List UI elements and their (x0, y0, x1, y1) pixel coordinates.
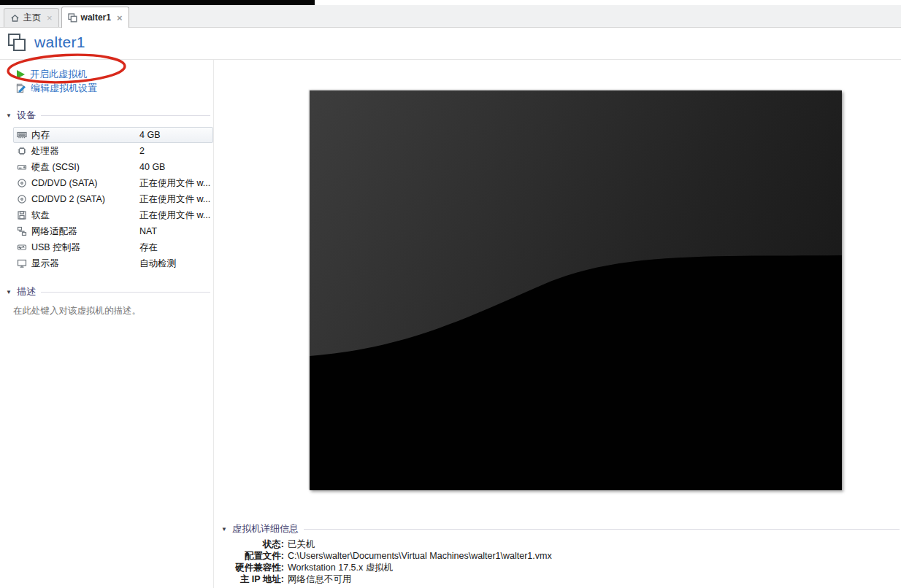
cd-dvd-icon (17, 178, 28, 188)
usb-icon (17, 242, 28, 252)
devices-table: 内存 4 GB 处理器 2 硬盘 (SCSI) 40 GB (13, 127, 213, 271)
devices-section-title: 设备 (17, 109, 36, 122)
vm-details-title: 虚拟机详细信息 (232, 522, 299, 535)
display-icon (17, 258, 28, 268)
edit-settings-icon (16, 83, 26, 93)
edit-vm-settings-link[interactable]: 编辑虚拟机设置 (16, 82, 97, 95)
vm-icon-large (7, 33, 28, 55)
collapse-triangle-icon: ▼ (221, 526, 227, 533)
home-icon (10, 13, 20, 23)
power-on-vm-link[interactable]: 开启此虚拟机 (16, 68, 87, 81)
vm-config-path-value: C:\Users\walter\Documents\Virtual Machin… (288, 550, 552, 562)
tab-walter1-label: walter1 (81, 12, 111, 23)
vm-ip-value: 网络信息不可用 (288, 573, 352, 585)
detail-row-hw-compat: 硬件兼容性: Workstation 17.5.x 虚拟机 (221, 562, 900, 573)
power-on-vm-label: 开启此虚拟机 (30, 68, 87, 81)
section-rule (41, 292, 210, 293)
device-row-cd-dvd-2[interactable]: CD/DVD 2 (SATA) 正在使用文件 w... (13, 191, 213, 207)
device-row-processors[interactable]: 处理器 2 (13, 143, 213, 159)
vm-details-section: ▼ 虚拟机详细信息 状态: 已关机 配置文件: C:\Users\walter\… (221, 522, 900, 585)
toolbar-remnant-strip (0, 0, 315, 5)
description-section-title: 描述 (17, 285, 36, 298)
device-row-display[interactable]: 显示器 自动检测 (13, 255, 213, 271)
tab-bar: 主页 × walter1 × (0, 5, 901, 28)
cpu-icon (17, 146, 28, 156)
device-row-memory[interactable]: 内存 4 GB (13, 127, 213, 143)
devices-section-header[interactable]: ▼ 设备 (6, 109, 210, 122)
description-placeholder[interactable]: 在此处键入对该虚拟机的描述。 (13, 305, 141, 317)
device-row-network-adapter[interactable]: 网络适配器 NAT (13, 223, 213, 239)
tab-home-label: 主页 (23, 12, 41, 24)
tab-home[interactable]: 主页 × (4, 8, 59, 27)
section-rule (41, 115, 210, 116)
vm-icon (68, 13, 77, 23)
detail-row-primary-ip: 主 IP 地址: 网络信息不可用 (221, 573, 900, 585)
cd-dvd-icon (17, 194, 28, 204)
page-title: walter1 (34, 34, 85, 51)
close-icon[interactable]: × (117, 13, 123, 23)
device-row-hard-disk[interactable]: 硬盘 (SCSI) 40 GB (13, 159, 213, 175)
tab-walter1[interactable]: walter1 × (61, 7, 129, 28)
collapse-triangle-icon: ▼ (6, 289, 12, 295)
sidebar: 开启此虚拟机 编辑虚拟机设置 ▼ 设备 内存 4 (0, 60, 214, 588)
close-icon[interactable]: × (47, 13, 53, 23)
play-icon (16, 69, 26, 80)
device-row-cd-dvd[interactable]: CD/DVD (SATA) 正在使用文件 w... (13, 175, 213, 191)
floppy-icon (17, 210, 28, 220)
description-section-header[interactable]: ▼ 描述 (6, 285, 210, 298)
vm-details-header[interactable]: ▼ 虚拟机详细信息 (221, 522, 900, 535)
edit-vm-settings-label: 编辑虚拟机设置 (31, 82, 97, 95)
vm-status-value: 已关机 (288, 538, 315, 550)
vm-console-preview[interactable] (310, 90, 842, 490)
hard-disk-icon (17, 162, 28, 172)
detail-row-config-file: 配置文件: C:\Users\walter\Documents\Virtual … (221, 550, 900, 562)
device-row-usb-controller[interactable]: USB 控制器 存在 (13, 239, 213, 255)
section-rule (304, 529, 900, 530)
vmware-workstation-window: 主页 × walter1 × walter1 开启此虚拟机 (0, 0, 901, 588)
collapse-triangle-icon: ▼ (6, 112, 12, 119)
network-adapter-icon (17, 226, 28, 236)
detail-row-status: 状态: 已关机 (221, 538, 900, 550)
memory-icon (17, 130, 28, 140)
vm-hw-compat-value: Workstation 17.5.x 虚拟机 (288, 562, 393, 573)
device-row-floppy[interactable]: 软盘 正在使用文件 w... (13, 207, 213, 223)
